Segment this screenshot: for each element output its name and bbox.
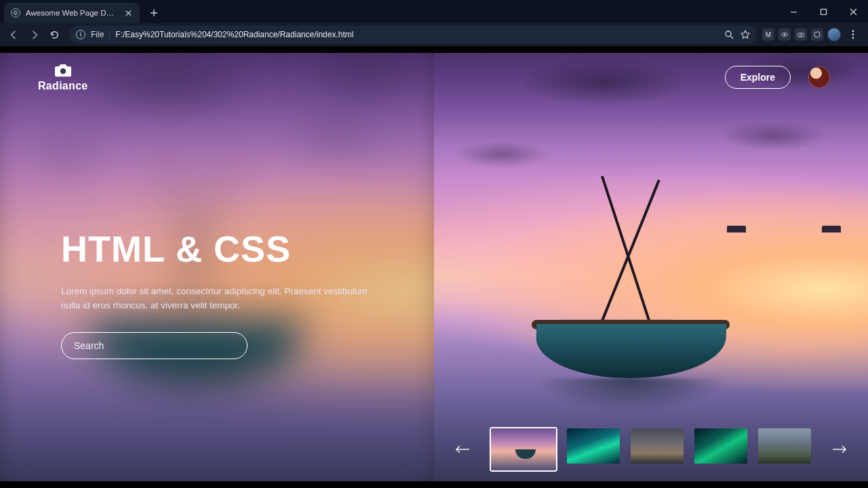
thumb-dusk-hills[interactable] bbox=[631, 428, 684, 464]
letterbox-bottom bbox=[0, 481, 868, 488]
brand-name: Radiance bbox=[38, 80, 88, 92]
camera-icon bbox=[54, 62, 73, 77]
svg-rect-1 bbox=[821, 9, 826, 14]
letterbox-top bbox=[0, 46, 868, 53]
thumbs-prev-button[interactable] bbox=[453, 440, 472, 459]
tab-title: Awesome Web Page Design - Ea bbox=[26, 9, 118, 17]
thumbnails bbox=[491, 428, 811, 470]
extension-eye-icon[interactable] bbox=[778, 28, 791, 41]
window-controls bbox=[778, 0, 868, 23]
thumb-sunset-boat[interactable] bbox=[491, 428, 556, 470]
tab-close-button[interactable] bbox=[123, 8, 133, 18]
thumbnail-strip bbox=[434, 428, 868, 470]
svg-point-7 bbox=[852, 30, 854, 33]
window-maximize-button[interactable] bbox=[808, 0, 838, 23]
nav-forward-button[interactable] bbox=[24, 25, 43, 44]
svg-point-8 bbox=[852, 34, 854, 36]
thumb-aurora-2[interactable] bbox=[694, 428, 747, 464]
svg-point-4 bbox=[784, 34, 786, 36]
thumb-valley[interactable] bbox=[758, 428, 811, 464]
thumb-aurora[interactable] bbox=[567, 428, 620, 464]
svg-point-6 bbox=[800, 34, 802, 36]
header-right: Explore bbox=[725, 66, 830, 89]
profile-avatar[interactable] bbox=[808, 66, 830, 88]
hero-subtitle: Lorem ipsum dolor sit amet, consectrtur … bbox=[61, 285, 380, 313]
window-close-button[interactable] bbox=[838, 0, 868, 23]
zoom-icon[interactable] bbox=[724, 30, 734, 39]
chrome-profile-avatar[interactable] bbox=[827, 28, 841, 41]
hero-title: HTML & CSS bbox=[61, 228, 380, 270]
thumbs-next-button[interactable] bbox=[830, 440, 849, 459]
hero-content: HTML & CSS Lorem ipsum dolor sit amet, c… bbox=[61, 228, 380, 359]
address-bar[interactable]: i File F:/Easy%20Tutorials%204/302%20Rad… bbox=[69, 26, 757, 43]
nav-reload-button[interactable] bbox=[45, 25, 64, 44]
url-scheme: File bbox=[91, 30, 104, 39]
browser-menu-button[interactable] bbox=[845, 26, 861, 43]
url-path: F:/Easy%20Tutorials%204/302%20Radiance/R… bbox=[115, 30, 353, 39]
site-info-icon[interactable]: i bbox=[76, 30, 85, 39]
svg-point-2 bbox=[726, 31, 731, 37]
hero-image bbox=[434, 46, 868, 488]
bookmark-star-icon[interactable] bbox=[741, 30, 750, 39]
extension-m-icon[interactable]: M bbox=[762, 28, 774, 41]
window-minimize-button[interactable] bbox=[778, 0, 808, 23]
globe-icon bbox=[11, 8, 20, 18]
extension-camera-icon[interactable] bbox=[795, 28, 807, 41]
page-header: Radiance Explore bbox=[0, 62, 868, 92]
nav-back-button[interactable] bbox=[4, 25, 23, 44]
explore-button[interactable]: Explore bbox=[725, 66, 791, 89]
page-viewport: Radiance Explore HTML & CSS Lorem ipsum … bbox=[0, 46, 868, 488]
new-tab-button[interactable] bbox=[145, 4, 163, 22]
brand-logo[interactable]: Radiance bbox=[38, 62, 88, 92]
svg-point-9 bbox=[852, 37, 854, 39]
svg-point-10 bbox=[60, 68, 66, 74]
extensions-puzzle-icon[interactable] bbox=[811, 28, 823, 41]
url-separator bbox=[109, 30, 110, 39]
browser-toolbar: i File F:/Easy%20Tutorials%204/302%20Rad… bbox=[0, 23, 868, 46]
titlebar: Awesome Web Page Design - Ea bbox=[0, 0, 868, 23]
search-input[interactable] bbox=[74, 340, 235, 351]
active-tab[interactable]: Awesome Web Page Design - Ea bbox=[4, 3, 140, 23]
search-field[interactable] bbox=[61, 332, 248, 359]
browser-chrome: Awesome Web Page Design - Ea i File F:/E… bbox=[0, 0, 868, 46]
extensions-area: M bbox=[762, 26, 864, 43]
